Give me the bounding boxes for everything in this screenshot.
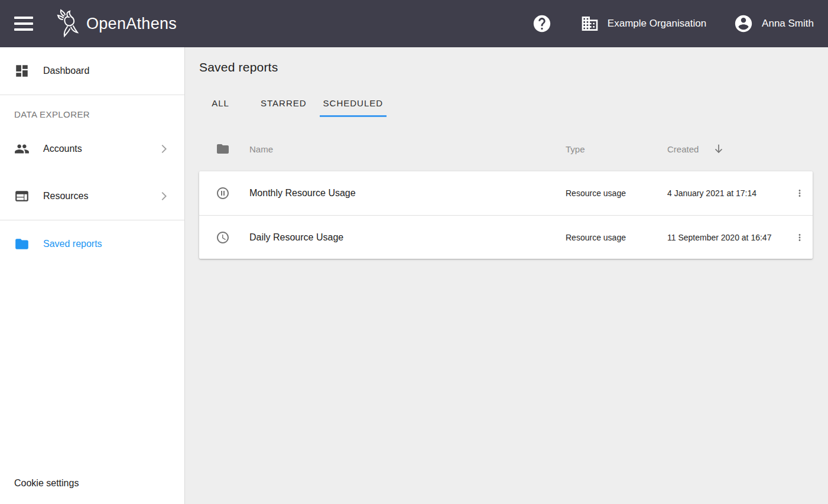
sidebar-item-label: Accounts xyxy=(43,144,157,154)
openathens-logo: OpenAthens xyxy=(56,9,177,38)
main-content: Saved reports ALL STARRED SCHEDULED Name… xyxy=(185,47,828,504)
tab-scheduled[interactable]: SCHEDULED xyxy=(315,89,392,117)
chevron-right-icon xyxy=(157,190,170,203)
menu-icon[interactable] xyxy=(14,14,33,33)
user-name: Anna Smith xyxy=(762,18,814,30)
tab-bar: ALL STARRED SCHEDULED xyxy=(199,89,813,117)
clock-icon xyxy=(216,230,230,245)
pause-circle-icon xyxy=(216,186,230,201)
logo-text: OpenAthens xyxy=(86,15,177,33)
sidebar-item-dashboard[interactable]: Dashboard xyxy=(0,47,184,95)
report-type: Resource usage xyxy=(566,188,667,198)
tab-all[interactable]: ALL xyxy=(199,89,242,117)
report-name: Daily Resource Usage xyxy=(249,232,566,243)
tab-starred[interactable]: STARRED xyxy=(252,89,315,117)
sidebar-item-resources[interactable]: Resources xyxy=(0,173,184,220)
chevron-right-icon xyxy=(157,142,170,155)
organisation-selector[interactable]: Example Organisation xyxy=(580,14,706,33)
sidebar-item-saved-reports[interactable]: Saved reports xyxy=(0,220,184,268)
page-title: Saved reports xyxy=(199,60,813,74)
web-icon xyxy=(14,188,30,204)
report-name: Monthly Resource Usage xyxy=(249,188,566,199)
report-row-daily[interactable]: Daily Resource Usage Resource usage 11 S… xyxy=(199,215,813,259)
kebab-menu-icon[interactable] xyxy=(791,229,808,246)
report-row-monthly[interactable]: Monthly Resource Usage Resource usage 4 … xyxy=(199,171,813,215)
kebab-menu-icon[interactable] xyxy=(791,185,808,201)
report-created: 4 January 2021 at 17:14 xyxy=(667,188,787,198)
sidebar-section-label: DATA EXPLORER xyxy=(0,95,184,125)
user-menu[interactable]: Anna Smith xyxy=(733,14,814,34)
sidebar-item-label: Resources xyxy=(43,191,157,201)
folder-icon xyxy=(216,141,230,157)
column-header-name[interactable]: Name xyxy=(249,144,566,154)
saved-reports-list: Monthly Resource Usage Resource usage 4 … xyxy=(199,171,813,259)
app-window: OpenAthens Example Organisation xyxy=(0,0,828,504)
sidebar-item-label: Saved reports xyxy=(43,239,170,249)
column-header-type[interactable]: Type xyxy=(566,144,667,154)
sidebar-item-accounts[interactable]: Accounts xyxy=(0,125,184,173)
sidebar-item-label: Dashboard xyxy=(43,66,170,76)
help-icon[interactable] xyxy=(532,14,552,34)
openathens-logo-icon xyxy=(56,9,83,38)
table-header: Name Type Created xyxy=(199,134,813,164)
organisation-name: Example Organisation xyxy=(608,18,706,30)
organisation-icon xyxy=(580,14,599,33)
report-created: 11 September 2020 at 16:47 xyxy=(667,233,787,242)
dashboard-icon xyxy=(14,63,30,79)
column-header-created[interactable]: Created xyxy=(667,143,787,155)
account-circle-icon xyxy=(733,14,754,34)
sidebar: Dashboard DATA EXPLORER Accounts xyxy=(0,47,185,504)
people-icon xyxy=(14,141,30,157)
report-type: Resource usage xyxy=(566,233,667,242)
sort-descending-icon[interactable] xyxy=(713,143,725,155)
top-bar: OpenAthens Example Organisation xyxy=(0,0,828,47)
cookie-settings-link[interactable]: Cookie settings xyxy=(0,478,184,504)
folder-icon xyxy=(14,236,30,252)
